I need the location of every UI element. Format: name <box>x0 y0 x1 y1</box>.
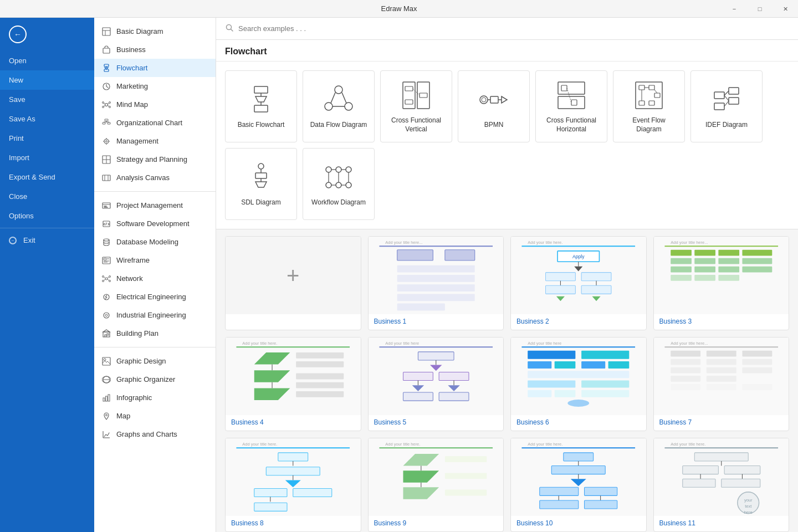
sidebar-item-new[interactable]: New <box>0 70 94 90</box>
svg-rect-221 <box>671 367 700 374</box>
diagram-type-sdl[interactable]: SDL Diagram <box>225 148 297 220</box>
diagram-type-workflow[interactable]: Workflow Diagram <box>303 148 375 220</box>
business-icon <box>101 44 112 55</box>
sidebar-item-save-as[interactable]: Save As <box>0 109 94 129</box>
svg-rect-267 <box>682 466 718 474</box>
category-wireframe[interactable]: Wireframe <box>94 251 216 269</box>
svg-point-125 <box>346 182 351 188</box>
diagram-type-idef[interactable]: IDEF Diagram <box>690 70 763 142</box>
template-card-business8[interactable]: Add your title here. <box>225 438 361 532</box>
map-icon <box>101 411 112 422</box>
svg-rect-18 <box>108 122 110 124</box>
diagram-type-cross-functional-v[interactable]: Cross Functional Vertical <box>380 70 452 142</box>
svg-rect-32 <box>103 175 110 181</box>
strategy-label: Strategy and Planning <box>116 155 187 163</box>
sidebar-item-import[interactable]: Import <box>0 148 94 167</box>
app-body: ← Open New Save Save As Print Import Exp… <box>0 18 798 532</box>
svg-rect-191 <box>439 372 469 380</box>
cross-functional-h-icon <box>555 79 588 112</box>
search-input[interactable] <box>238 24 789 33</box>
category-basic-diagram[interactable]: Basic Diagram <box>94 22 216 40</box>
template-card-business9[interactable]: Add your title here. <box>368 438 504 532</box>
industrial-label: Industrial Engineering <box>116 311 186 319</box>
svg-rect-60 <box>103 357 110 365</box>
sdl-label: SDL Diagram <box>241 198 281 207</box>
category-graphs-charts[interactable]: Graphs and Charts <box>94 425 216 443</box>
project-mgmt-icon <box>101 200 112 211</box>
category-map[interactable]: Map <box>94 407 216 425</box>
business6-label: Business 6 <box>511 415 646 431</box>
diagram-type-cross-functional-h[interactable]: Cross Functional Horizontal <box>535 70 607 142</box>
svg-rect-218 <box>671 359 700 365</box>
svg-rect-0 <box>103 28 110 35</box>
svg-point-93 <box>482 98 486 102</box>
category-org-chart[interactable]: Organizational Chart <box>94 114 216 132</box>
svg-text:Add your title here: Add your title here <box>385 341 419 346</box>
category-infographic[interactable]: Infographic <box>94 388 216 407</box>
back-circle-icon: ← <box>9 25 27 43</box>
category-separator-1 <box>94 191 216 192</box>
sidebar-item-close[interactable]: Close <box>0 187 94 206</box>
svg-rect-59 <box>107 334 109 335</box>
diagram-type-basic-flowchart[interactable]: Basic Flowchart <box>225 70 297 142</box>
event-flow-icon <box>632 79 666 112</box>
back-button[interactable]: ← <box>0 18 94 51</box>
template-card-business6[interactable]: Add your title here <box>510 337 647 431</box>
template-card-business10[interactable]: Add your title here. <box>510 438 647 532</box>
flowchart-label: Flowchart <box>116 64 147 72</box>
svg-marker-244 <box>403 470 439 483</box>
category-business[interactable]: Business <box>94 40 216 59</box>
category-strategy[interactable]: Strategy and Planning <box>94 150 216 168</box>
svg-point-50 <box>109 280 111 282</box>
category-mind-map[interactable]: Mind Map <box>94 95 216 114</box>
category-project-mgmt[interactable]: Project Management <box>94 196 216 214</box>
template-card-business5[interactable]: Add your title here <box>368 337 504 431</box>
business4-thumb: Add your title here. <box>226 337 361 415</box>
template-card-new[interactable]: + <box>225 236 361 330</box>
category-analysis[interactable]: Analysis Canvas <box>94 168 216 187</box>
close-button[interactable]: ✕ <box>773 0 798 18</box>
template-card-business7[interactable]: Add your title here... <box>653 337 790 431</box>
svg-rect-180 <box>296 352 344 359</box>
business3-thumb: Add your title here... <box>654 237 789 314</box>
template-card-business11[interactable]: Add your title here. <box>653 438 790 532</box>
svg-rect-164 <box>718 250 739 256</box>
category-graphic-design[interactable]: Graphic Design <box>94 352 216 370</box>
svg-rect-224 <box>671 376 700 382</box>
svg-rect-135 <box>397 250 433 260</box>
window-controls: − □ ✕ <box>722 0 798 18</box>
sidebar-item-export[interactable]: Export & Send <box>0 167 94 187</box>
category-marketing[interactable]: Marketing <box>94 77 216 95</box>
category-industrial[interactable]: Industrial Engineering <box>94 306 216 324</box>
sidebar-item-open[interactable]: Open <box>0 51 94 70</box>
category-management[interactable]: Management <box>94 132 216 150</box>
category-flowchart[interactable]: Flowchart <box>94 59 216 77</box>
sidebar-item-print[interactable]: Print <box>0 129 94 148</box>
svg-rect-233 <box>266 467 320 475</box>
category-building[interactable]: Building Plan <box>94 324 216 342</box>
maximize-button[interactable]: □ <box>747 0 773 18</box>
template-card-business2[interactable]: Add your title here. Apply <box>510 236 647 330</box>
svg-rect-208 <box>581 381 629 388</box>
category-software-dev[interactable]: Software Development <box>94 214 216 233</box>
sidebar-item-exit[interactable]: − Exit <box>0 231 94 250</box>
category-database[interactable]: Database Modeling <box>94 233 216 251</box>
new-template-thumb: + <box>226 237 361 314</box>
svg-text:Add your title here.: Add your title here. <box>528 240 562 245</box>
template-card-business3[interactable]: Add your title here... <box>653 236 790 330</box>
diagram-type-bpmn[interactable]: BPMN <box>458 70 530 142</box>
export-label: Export & Send <box>9 173 55 181</box>
minimize-button[interactable]: − <box>722 0 747 18</box>
sidebar-item-options[interactable]: Options <box>0 206 94 226</box>
business1-label: Business 1 <box>369 314 504 330</box>
category-graphic-organizer[interactable]: Graphic Organizer <box>94 370 216 388</box>
template-card-business4[interactable]: Add your title here. <box>225 337 361 431</box>
options-label: Options <box>9 212 34 220</box>
category-electrical[interactable]: Electrical Engineering <box>94 288 216 306</box>
category-network[interactable]: Network <box>94 269 216 288</box>
template-card-business1[interactable]: Add your title here... B <box>368 236 504 330</box>
diagram-type-event-flow[interactable]: Event Flow Diagram <box>613 70 685 142</box>
diagram-type-data-flow[interactable]: Data Flow Diagram <box>303 70 375 142</box>
svg-text:Add your title here.: Add your title here. <box>242 341 277 346</box>
sidebar-item-save[interactable]: Save <box>0 90 94 109</box>
